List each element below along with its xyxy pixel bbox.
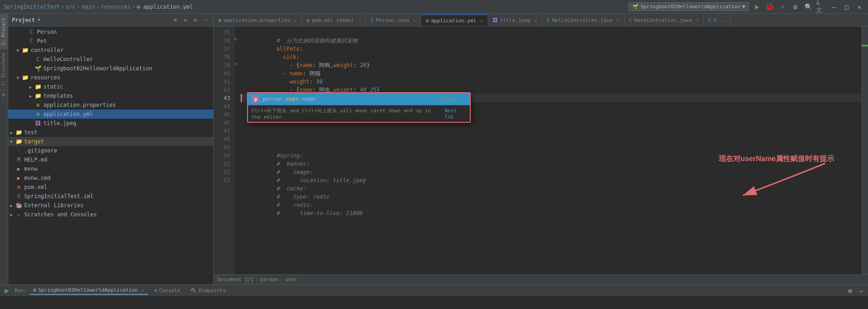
tab-close-btn[interactable]: ✕ bbox=[358, 18, 361, 23]
window-close[interactable]: ✕ bbox=[854, 2, 864, 12]
tree-label: pom.xml bbox=[24, 184, 47, 190]
panel-header: Project ▼ ⊕ ≡ ⚙ — bbox=[8, 14, 213, 26]
tab-label: HelloController.java bbox=[552, 17, 612, 23]
autocomplete-item-0[interactable]: p person.user-name String ⋮ bbox=[248, 93, 470, 105]
tree-label: title.jpeg bbox=[43, 120, 76, 126]
project-tab[interactable]: 1: Project bbox=[0, 14, 8, 49]
line-num: 46 bbox=[214, 119, 230, 127]
library-icon: 📚 bbox=[15, 202, 23, 209]
code-content[interactable]: # 分为生病的宠物和健康的宠物 allPets: sick: - {name: … bbox=[241, 26, 862, 274]
coverage-button[interactable]: ⚡ bbox=[778, 2, 788, 12]
tree-item-test[interactable]: ▶ 📁 test bbox=[8, 128, 213, 137]
autocomplete-more-icon: ⋮ bbox=[460, 95, 466, 103]
tree-item-pomxml[interactable]: m pom.xml bbox=[8, 183, 213, 192]
line-num: 38 bbox=[214, 53, 230, 61]
tree-item-ext-libs[interactable]: ▶ 📚 External Libraries bbox=[8, 201, 213, 210]
line-num: 51 bbox=[214, 160, 230, 168]
tree-arrow: ▶ bbox=[8, 212, 15, 217]
tree-item-app-yml[interactable]: ⚙ application.yml bbox=[8, 110, 213, 119]
tab-close-btn[interactable]: ✕ bbox=[413, 18, 416, 23]
tree-item-person[interactable]: C Person bbox=[8, 27, 213, 37]
right-scrollbar[interactable] bbox=[862, 26, 868, 274]
title-bar: SpringInitialTest › src › main › resourc… bbox=[0, 0, 868, 14]
tab-pomxml[interactable]: m pom.xml (demo) ✕ bbox=[302, 14, 366, 26]
window-maximize[interactable]: □ bbox=[842, 2, 852, 12]
tree-item-gitignore[interactable]: · .gitignore bbox=[8, 146, 213, 155]
breadcrumb-file: ⚙ application.yml bbox=[137, 4, 193, 10]
next-tip-link[interactable]: Next Tip bbox=[444, 108, 466, 120]
line-num: 42 bbox=[214, 86, 230, 94]
java-class-icon: C bbox=[27, 37, 36, 45]
run-config-selector[interactable]: 🌱 Springboot02HelloworldApplication ▼ bbox=[628, 2, 749, 11]
tree-item-target[interactable]: ▼ 📁 target bbox=[8, 137, 213, 146]
tab-close-btn[interactable]: ✕ bbox=[617, 18, 620, 23]
tree-item-mvnwcmd[interactable]: ▶ mvnw.cmd bbox=[8, 173, 213, 183]
tree-label: target bbox=[24, 138, 44, 145]
console-close-icon[interactable]: ✕ bbox=[142, 288, 144, 293]
run-tab-endpoints-2[interactable]: 🔌 Endpoints bbox=[187, 287, 230, 294]
tree-item-helpmd[interactable]: M HELP.md bbox=[8, 155, 213, 164]
search-everywhere-button[interactable]: 🔍 bbox=[803, 2, 813, 12]
settings-button[interactable]: ⚙ bbox=[790, 2, 800, 12]
tree-item-app-properties[interactable]: ⚙ application.properties bbox=[8, 100, 213, 110]
tree-item-pet[interactable]: C Pet bbox=[8, 37, 213, 46]
translate-button[interactable]: A文 bbox=[816, 2, 826, 12]
tab-title-jpeg[interactable]: 🖼 title.jpeg ✕ bbox=[488, 14, 542, 26]
tree-item-mvnw[interactable]: ▶ mvnw bbox=[8, 164, 213, 173]
tab-close-btn[interactable]: ✕ bbox=[480, 18, 483, 23]
panel-dropdown-icon[interactable]: ▼ bbox=[38, 17, 41, 22]
tree-arrow: ▼ bbox=[8, 139, 15, 144]
debug-button[interactable]: 🐞 bbox=[765, 2, 775, 12]
breadcrumb-person: person bbox=[260, 277, 279, 283]
tab-app-properties[interactable]: ⚙ application.properties ✕ bbox=[214, 14, 302, 26]
editor-area: ⚙ application.properties ✕ m pom.xml (de… bbox=[214, 14, 868, 284]
tree-item-resources[interactable]: ▼ 📁 resources bbox=[8, 73, 213, 82]
code-editor[interactable]: 35 36 37 38 39 40 41 42 43 44 45 46 47 4… bbox=[214, 26, 868, 274]
tab-restcontroller[interactable]: C RestController.java ✕ bbox=[625, 14, 704, 26]
run-more-icon[interactable]: — bbox=[856, 286, 866, 296]
run-tab-endpoints[interactable]: ⊕ Console bbox=[151, 287, 184, 294]
tree-item-iml[interactable]: S SpringInitialTest.iml bbox=[8, 192, 213, 201]
run-config-icon: 🌱 bbox=[632, 4, 639, 10]
tree-label: test bbox=[24, 129, 37, 136]
tab-p[interactable]: C P... bbox=[704, 14, 731, 26]
run-tab-console[interactable]: ⊞ Springboot02HelloworldApplication ✕ bbox=[30, 286, 148, 295]
breadcrumb-src[interactable]: src bbox=[66, 4, 76, 10]
tab-close-btn[interactable]: ✕ bbox=[696, 18, 699, 23]
run-button[interactable]: ▶ bbox=[752, 2, 762, 12]
tab-close-btn[interactable]: ✕ bbox=[294, 18, 297, 23]
code-line-50: # cache: bbox=[241, 176, 862, 184]
document-info: Document 1/1 bbox=[217, 277, 253, 283]
tab-close-btn[interactable]: ✕ bbox=[534, 18, 537, 23]
panel-close-icon[interactable]: — bbox=[201, 16, 210, 24]
tree-item-static[interactable]: ▶ 📁 static bbox=[8, 82, 213, 91]
run-settings-icon[interactable]: ⚙ bbox=[845, 286, 855, 296]
folder-icon: 📁 bbox=[15, 138, 23, 145]
tree-label: HelloController bbox=[43, 56, 93, 63]
panel-collapse-icon[interactable]: ≡ bbox=[181, 16, 189, 24]
autocomplete-type: String bbox=[436, 96, 455, 102]
tree-item-templates[interactable]: ▶ 📁 templates bbox=[8, 91, 213, 100]
tree-arrow: ▶ bbox=[27, 84, 34, 89]
structure-tab[interactable]: 7: Structure bbox=[0, 49, 8, 89]
tree-item-hellocontroller[interactable]: C HelloController bbox=[8, 55, 213, 64]
tree-item-controller[interactable]: ▼ 📁 controller bbox=[8, 46, 213, 55]
code-line-37: sick: bbox=[241, 45, 862, 53]
breadcrumb-main[interactable]: main bbox=[82, 4, 95, 10]
panel-locate-icon[interactable]: ⊕ bbox=[171, 16, 179, 24]
panel-settings-icon[interactable]: ⚙ bbox=[191, 16, 200, 24]
tab-hellocontroller[interactable]: C HelloController.java ✕ bbox=[542, 14, 625, 26]
tree-item-scratches[interactable]: ▶ ✏ Scratches and Consoles bbox=[8, 210, 213, 219]
bottom-tab[interactable]: ⊞ bbox=[0, 89, 8, 100]
breadcrumb-project[interactable]: SpringInitialTest bbox=[4, 4, 60, 10]
status-bar: Document 1/1 › person › user bbox=[214, 274, 868, 284]
breadcrumb-resources[interactable]: resources bbox=[101, 4, 131, 10]
tab-icon: ⚙ bbox=[218, 17, 221, 23]
tree-item-springapp[interactable]: 🌱 Springboot02HelloworldApplication bbox=[8, 64, 213, 73]
autocomplete-item-text: person.user-name bbox=[263, 96, 433, 102]
window-minimize[interactable]: — bbox=[829, 2, 839, 12]
run-play-button[interactable]: ▶ bbox=[2, 286, 12, 296]
tab-person-java[interactable]: C Person.java ✕ bbox=[366, 14, 421, 26]
tab-app-yml[interactable]: ⚙ application.yml ✕ bbox=[421, 14, 488, 26]
tree-item-title-jpeg[interactable]: 🖼 title.jpeg bbox=[8, 119, 213, 128]
